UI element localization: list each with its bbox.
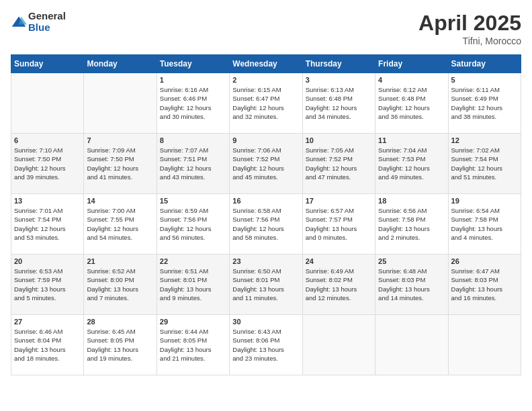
day-number: 27 xyxy=(14,318,81,326)
day-detail: Sunrise: 6:57 AMSunset: 7:57 PMDaylight:… xyxy=(306,206,372,242)
day-number: 10 xyxy=(306,136,372,144)
day-number: 16 xyxy=(232,197,299,205)
week-row: 20Sunrise: 6:53 AMSunset: 7:59 PMDayligh… xyxy=(11,255,521,315)
day-detail: Sunrise: 6:49 AMSunset: 8:02 PMDaylight:… xyxy=(306,267,372,302)
day-detail: Sunrise: 6:58 AMSunset: 7:56 PMDaylight:… xyxy=(232,206,299,242)
calendar-cell xyxy=(448,315,521,375)
calendar-cell: 20Sunrise: 6:53 AMSunset: 7:59 PMDayligh… xyxy=(11,255,84,315)
day-detail: Sunrise: 6:46 AMSunset: 8:04 PMDaylight:… xyxy=(14,327,81,363)
day-detail: Sunrise: 7:02 AMSunset: 7:54 PMDaylight:… xyxy=(451,146,518,181)
day-detail: Sunrise: 6:48 AMSunset: 8:03 PMDaylight:… xyxy=(378,267,445,302)
day-number: 26 xyxy=(451,257,518,265)
logo-blue: Blue xyxy=(28,22,66,34)
day-number: 20 xyxy=(14,257,81,265)
calendar-cell: 24Sunrise: 6:49 AMSunset: 8:02 PMDayligh… xyxy=(302,255,375,315)
weekday-header-row: SundayMondayTuesdayWednesdayThursdayFrid… xyxy=(11,55,521,73)
calendar-cell: 15Sunrise: 6:59 AMSunset: 7:56 PMDayligh… xyxy=(157,194,229,255)
day-detail: Sunrise: 7:05 AMSunset: 7:52 PMDaylight:… xyxy=(306,146,372,181)
weekday-header: Friday xyxy=(375,55,448,73)
day-number: 13 xyxy=(14,197,81,205)
day-detail: Sunrise: 6:59 AMSunset: 7:56 PMDaylight:… xyxy=(160,206,226,242)
day-detail: Sunrise: 7:07 AMSunset: 7:51 PMDaylight:… xyxy=(160,146,226,181)
calendar-cell: 11Sunrise: 7:04 AMSunset: 7:53 PMDayligh… xyxy=(375,134,448,194)
day-number: 8 xyxy=(160,136,226,144)
calendar-cell: 25Sunrise: 6:48 AMSunset: 8:03 PMDayligh… xyxy=(375,255,448,315)
day-number: 3 xyxy=(306,76,372,84)
weekday-header: Thursday xyxy=(302,55,375,73)
calendar-cell: 30Sunrise: 6:43 AMSunset: 8:06 PMDayligh… xyxy=(230,315,302,375)
calendar-cell: 18Sunrise: 6:56 AMSunset: 7:58 PMDayligh… xyxy=(375,194,448,255)
day-detail: Sunrise: 6:13 AMSunset: 6:48 PMDaylight:… xyxy=(306,85,372,121)
month-title: April 2025 xyxy=(418,11,521,36)
day-number: 19 xyxy=(451,197,518,205)
calendar-cell: 27Sunrise: 6:46 AMSunset: 8:04 PMDayligh… xyxy=(11,315,84,375)
day-number: 28 xyxy=(87,318,153,326)
day-detail: Sunrise: 6:16 AMSunset: 6:46 PMDaylight:… xyxy=(160,85,226,121)
calendar-cell: 17Sunrise: 6:57 AMSunset: 7:57 PMDayligh… xyxy=(302,194,375,255)
svg-marker-1 xyxy=(19,16,27,24)
weekday-header: Sunday xyxy=(11,55,84,73)
logo-icon xyxy=(11,14,27,30)
day-number: 15 xyxy=(160,197,226,205)
calendar-cell: 10Sunrise: 7:05 AMSunset: 7:52 PMDayligh… xyxy=(302,134,375,194)
calendar-cell: 28Sunrise: 6:45 AMSunset: 8:05 PMDayligh… xyxy=(84,315,157,375)
calendar-cell: 6Sunrise: 7:10 AMSunset: 7:50 PMDaylight… xyxy=(11,134,84,194)
day-number: 2 xyxy=(232,76,299,84)
day-number: 25 xyxy=(378,257,445,265)
day-detail: Sunrise: 6:11 AMSunset: 6:49 PMDaylight:… xyxy=(451,85,518,121)
day-number: 9 xyxy=(232,136,299,144)
calendar-cell: 12Sunrise: 7:02 AMSunset: 7:54 PMDayligh… xyxy=(448,134,521,194)
calendar-cell: 3Sunrise: 6:13 AMSunset: 6:48 PMDaylight… xyxy=(302,73,375,134)
day-detail: Sunrise: 7:10 AMSunset: 7:50 PMDaylight:… xyxy=(14,146,81,181)
calendar-cell: 22Sunrise: 6:51 AMSunset: 8:01 PMDayligh… xyxy=(157,255,229,315)
day-detail: Sunrise: 6:12 AMSunset: 6:48 PMDaylight:… xyxy=(378,85,445,121)
location-title: Tifni, Morocco xyxy=(418,36,521,46)
day-detail: Sunrise: 6:15 AMSunset: 6:47 PMDaylight:… xyxy=(232,85,299,121)
week-row: 27Sunrise: 6:46 AMSunset: 8:04 PMDayligh… xyxy=(11,315,521,375)
calendar-cell: 4Sunrise: 6:12 AMSunset: 6:48 PMDaylight… xyxy=(375,73,448,134)
day-number: 11 xyxy=(378,136,445,144)
day-number: 22 xyxy=(160,257,226,265)
day-detail: Sunrise: 6:43 AMSunset: 8:06 PMDaylight:… xyxy=(232,327,299,363)
day-detail: Sunrise: 6:52 AMSunset: 8:00 PMDaylight:… xyxy=(87,267,153,302)
calendar-cell: 19Sunrise: 6:54 AMSunset: 7:58 PMDayligh… xyxy=(448,194,521,255)
day-detail: Sunrise: 6:51 AMSunset: 8:01 PMDaylight:… xyxy=(160,267,226,302)
day-detail: Sunrise: 6:50 AMSunset: 8:01 PMDaylight:… xyxy=(232,267,299,302)
weekday-header: Tuesday xyxy=(157,55,229,73)
day-number: 6 xyxy=(14,136,81,144)
logo: General Blue xyxy=(11,11,66,33)
calendar-table: SundayMondayTuesdayWednesdayThursdayFrid… xyxy=(11,54,521,375)
calendar-cell: 7Sunrise: 7:09 AMSunset: 7:50 PMDaylight… xyxy=(84,134,157,194)
day-detail: Sunrise: 6:47 AMSunset: 8:03 PMDaylight:… xyxy=(451,267,518,302)
calendar-cell: 21Sunrise: 6:52 AMSunset: 8:00 PMDayligh… xyxy=(84,255,157,315)
calendar-cell xyxy=(11,73,84,134)
day-number: 4 xyxy=(378,76,445,84)
day-detail: Sunrise: 7:06 AMSunset: 7:52 PMDaylight:… xyxy=(232,146,299,181)
calendar-cell: 26Sunrise: 6:47 AMSunset: 8:03 PMDayligh… xyxy=(448,255,521,315)
day-number: 17 xyxy=(306,197,372,205)
day-detail: Sunrise: 6:45 AMSunset: 8:05 PMDaylight:… xyxy=(87,327,153,363)
day-number: 23 xyxy=(232,257,299,265)
calendar-cell: 2Sunrise: 6:15 AMSunset: 6:47 PMDaylight… xyxy=(230,73,302,134)
logo-general: General xyxy=(28,11,66,22)
day-number: 21 xyxy=(87,257,153,265)
calendar-cell: 13Sunrise: 7:01 AMSunset: 7:54 PMDayligh… xyxy=(11,194,84,255)
weekday-header: Monday xyxy=(84,55,157,73)
day-detail: Sunrise: 6:44 AMSunset: 8:05 PMDaylight:… xyxy=(160,327,226,363)
calendar-cell: 23Sunrise: 6:50 AMSunset: 8:01 PMDayligh… xyxy=(230,255,302,315)
day-number: 18 xyxy=(378,197,445,205)
weekday-header: Saturday xyxy=(448,55,521,73)
title-block: April 2025 Tifni, Morocco xyxy=(418,11,521,46)
day-number: 7 xyxy=(87,136,153,144)
day-detail: Sunrise: 6:56 AMSunset: 7:58 PMDaylight:… xyxy=(378,206,445,242)
weekday-header: Wednesday xyxy=(230,55,302,73)
day-number: 1 xyxy=(160,76,226,84)
calendar-cell xyxy=(84,73,157,134)
calendar-cell xyxy=(302,315,375,375)
day-number: 24 xyxy=(306,257,372,265)
calendar-cell: 14Sunrise: 7:00 AMSunset: 7:55 PMDayligh… xyxy=(84,194,157,255)
day-detail: Sunrise: 7:09 AMSunset: 7:50 PMDaylight:… xyxy=(87,146,153,181)
page-header: General Blue April 2025 Tifni, Morocco xyxy=(11,11,521,46)
day-detail: Sunrise: 7:01 AMSunset: 7:54 PMDaylight:… xyxy=(14,206,81,242)
week-row: 1Sunrise: 6:16 AMSunset: 6:46 PMDaylight… xyxy=(11,73,521,134)
